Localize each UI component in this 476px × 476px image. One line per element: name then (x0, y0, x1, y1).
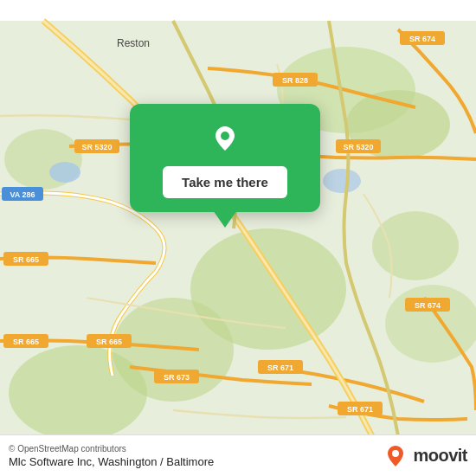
bottom-left-info: © OpenStreetMap contributors Mlc Softwar… (9, 444, 214, 468)
map-container: SR 674 SR 828 VA 286 SR 5320 SR 5320 SR … (0, 0, 476, 476)
moovit-pin-icon (383, 444, 408, 468)
popup-card: Take me there (130, 104, 320, 212)
moovit-brand-text: moovit (413, 446, 467, 466)
svg-text:SR 828: SR 828 (282, 76, 308, 85)
map-background: SR 674 SR 828 VA 286 SR 5320 SR 5320 SR … (0, 0, 476, 476)
svg-point-10 (323, 169, 361, 193)
svg-text:SR 5320: SR 5320 (81, 143, 112, 151)
svg-text:SR 673: SR 673 (164, 373, 190, 382)
moovit-logo: moovit (383, 444, 467, 468)
svg-point-38 (392, 450, 399, 457)
svg-text:SR 671: SR 671 (347, 405, 373, 414)
svg-point-5 (9, 345, 147, 441)
osm-attribution: © OpenStreetMap contributors (9, 444, 214, 453)
location-label: Mlc Software Inc, Washington / Baltimore (9, 455, 214, 468)
svg-text:SR 665: SR 665 (13, 255, 39, 264)
svg-text:VA 286: VA 286 (10, 190, 35, 199)
svg-point-37 (221, 132, 229, 140)
svg-text:SR 671: SR 671 (267, 363, 293, 372)
svg-text:SR 665: SR 665 (13, 338, 39, 346)
svg-point-8 (372, 211, 459, 280)
svg-text:SR 665: SR 665 (96, 338, 122, 346)
svg-text:SR 674: SR 674 (415, 301, 441, 310)
take-me-there-button[interactable]: Take me there (163, 166, 287, 198)
svg-text:SR 5320: SR 5320 (343, 143, 373, 151)
svg-text:Reston: Reston (117, 37, 150, 49)
bottom-bar: © OpenStreetMap contributors Mlc Softwar… (0, 434, 476, 476)
location-pin-icon (206, 119, 244, 158)
svg-text:SR 674: SR 674 (409, 35, 435, 43)
svg-point-9 (49, 162, 80, 183)
